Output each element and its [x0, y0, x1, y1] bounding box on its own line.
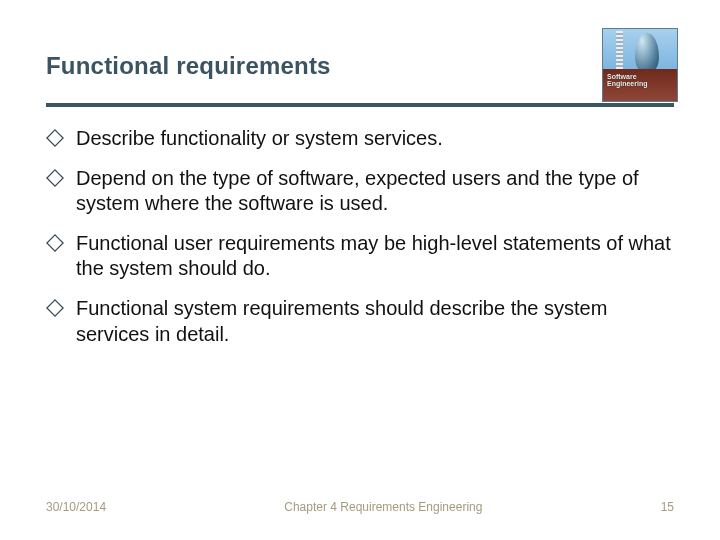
slide: Functional requirements Software Enginee…	[0, 0, 720, 540]
footer-page-number: 15	[661, 500, 674, 514]
list-item: Functional system requirements should de…	[46, 296, 674, 347]
bullet-text: Functional user requirements may be high…	[76, 231, 674, 282]
diamond-bullet-icon	[46, 129, 66, 149]
bullet-list: Describe functionality or system service…	[46, 126, 674, 347]
slide-footer: 30/10/2014 Chapter 4 Requirements Engine…	[46, 500, 674, 514]
bullet-text: Describe functionality or system service…	[76, 126, 674, 152]
footer-chapter: Chapter 4 Requirements Engineering	[106, 500, 661, 514]
list-item: Describe functionality or system service…	[46, 126, 674, 152]
logo-text-line1: Software Engineering	[607, 73, 677, 87]
list-item: Functional user requirements may be high…	[46, 231, 674, 282]
diamond-bullet-icon	[46, 299, 66, 319]
slide-body: Describe functionality or system service…	[46, 126, 674, 361]
slide-title: Functional requirements	[46, 50, 674, 80]
bullet-text: Depend on the type of software, expected…	[76, 166, 674, 217]
book-cover-logo: Software Engineering	[602, 28, 678, 102]
footer-date: 30/10/2014	[46, 500, 106, 514]
list-item: Depend on the type of software, expected…	[46, 166, 674, 217]
diamond-bullet-icon	[46, 234, 66, 254]
diamond-bullet-icon	[46, 169, 66, 189]
header-rule	[46, 103, 674, 107]
bullet-text: Functional system requirements should de…	[76, 296, 674, 347]
slide-header: Functional requirements Software Enginee…	[46, 50, 674, 108]
